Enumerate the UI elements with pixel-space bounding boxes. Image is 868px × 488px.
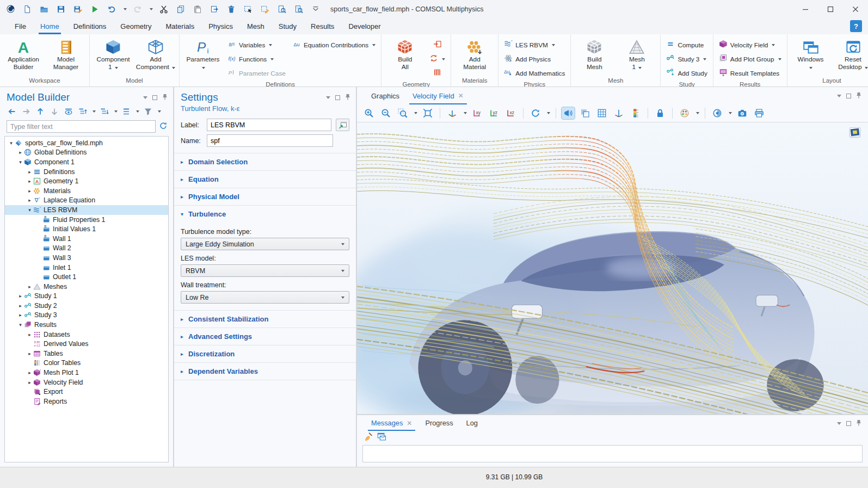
save-as-icon[interactable] bbox=[72, 3, 84, 15]
show-eye-icon[interactable] bbox=[63, 106, 74, 117]
tree-item-color-tables[interactable]: Color Tables bbox=[5, 359, 168, 368]
velocity-field-plot[interactable] bbox=[357, 122, 868, 414]
tree-item-outlet-1[interactable]: Outlet 1 bbox=[5, 272, 168, 282]
zoom-extents-icon[interactable] bbox=[421, 107, 434, 119]
menu-tab-geometry[interactable]: Geometry bbox=[113, 18, 158, 34]
ribbon-item-geom-fence[interactable] bbox=[427, 67, 447, 79]
panel-menu-icon[interactable] bbox=[326, 96, 330, 99]
select-rect-icon[interactable] bbox=[242, 3, 254, 15]
maximize-button[interactable] bbox=[818, 0, 843, 18]
ribbon-item-variables[interactable]: a=Variables bbox=[225, 39, 288, 51]
tab-graphics[interactable]: Graphics bbox=[365, 87, 406, 104]
tree-item-study-2[interactable]: ▸Study 2 bbox=[5, 301, 168, 311]
chevron-down-icon[interactable] bbox=[729, 112, 732, 114]
nav-back-icon[interactable] bbox=[7, 106, 17, 117]
menu-tab-home[interactable]: Home bbox=[33, 18, 66, 34]
ribbon-button-add-component[interactable]: AddComponent bbox=[136, 36, 176, 71]
chevron-down-icon[interactable] bbox=[150, 8, 153, 10]
menu-tab-mesh[interactable]: Mesh bbox=[240, 18, 272, 34]
ribbon-button-application-builder[interactable]: AApplicationBuilder bbox=[3, 36, 44, 71]
run-icon[interactable] bbox=[89, 3, 101, 15]
nav-fwd-icon[interactable] bbox=[21, 106, 32, 117]
section-physical-model[interactable]: ▸Physical Model bbox=[174, 188, 356, 206]
ribbon-item-add-study[interactable]: Add Study bbox=[664, 67, 709, 79]
tree-item-export[interactable]: Export bbox=[5, 387, 168, 397]
tree-item-fluid-properties-1[interactable]: DFluid Properties 1 bbox=[5, 215, 168, 225]
wall-treatment-select[interactable]: Low Re bbox=[181, 291, 349, 304]
menu-tab-study[interactable]: Study bbox=[272, 18, 304, 34]
chevron-down-icon[interactable] bbox=[114, 110, 118, 113]
ribbon-button-parameters[interactable]: PiParameters bbox=[183, 36, 223, 71]
menu-tab-physics[interactable]: Physics bbox=[201, 18, 240, 34]
condense-icon[interactable] bbox=[121, 106, 132, 117]
tree-chevron-icon[interactable]: ▾ bbox=[27, 207, 33, 213]
chevron-down-icon[interactable] bbox=[136, 110, 139, 113]
help-button[interactable]: ? bbox=[850, 20, 862, 32]
tree-chevron-icon[interactable]: ▸ bbox=[17, 303, 23, 308]
tree-item-reports[interactable]: Reports bbox=[5, 397, 168, 406]
broom-icon[interactable] bbox=[364, 432, 373, 443]
save-icon[interactable] bbox=[55, 3, 67, 15]
ribbon-item-les-rbvm[interactable]: *LES RBVM bbox=[502, 39, 567, 51]
tree-item-sports-car-flow-field-mph[interactable]: ▾sports_car_flow_field.mph bbox=[5, 138, 168, 148]
print-icon[interactable] bbox=[753, 107, 766, 119]
tree-chevron-icon[interactable]: ▸ bbox=[17, 150, 23, 155]
section-equation[interactable]: ▸Equation bbox=[174, 171, 356, 188]
tree-item-component-1[interactable]: ▾Component 1 bbox=[5, 157, 168, 167]
tab-log[interactable]: Log bbox=[460, 415, 484, 431]
axes-icon[interactable] bbox=[612, 107, 625, 119]
turbulence-model-type-select[interactable]: Large Eddy Simulation bbox=[181, 238, 349, 250]
pin-icon[interactable] bbox=[162, 94, 168, 102]
view-yz-icon[interactable]: yz bbox=[488, 107, 501, 119]
float-icon[interactable] bbox=[152, 95, 157, 100]
environment-icon[interactable] bbox=[711, 107, 724, 119]
section-consistent-stabilization[interactable]: ▸Consistent Stabilization bbox=[174, 311, 356, 328]
scene-light-icon[interactable] bbox=[562, 107, 575, 119]
delete-icon[interactable] bbox=[225, 3, 237, 15]
draw-rect-icon[interactable] bbox=[259, 3, 271, 15]
minimize-button[interactable] bbox=[793, 0, 818, 18]
ribbon-item-add-mathematics[interactable]: ΔuAdd Mathematics bbox=[502, 67, 567, 79]
ribbon-button-build-all[interactable]: BuildAll bbox=[385, 36, 425, 71]
ribbon-button-model-manager[interactable]: ModelManager bbox=[46, 36, 86, 71]
section-advanced-settings[interactable]: ▸Advanced Settings bbox=[174, 328, 356, 345]
tree-item-tables[interactable]: ▸Tables bbox=[5, 349, 168, 359]
tree-item-meshes[interactable]: ▸Meshes bbox=[5, 282, 168, 292]
zoom-out-icon[interactable] bbox=[379, 107, 392, 119]
close-tab-icon[interactable]: ✕ bbox=[458, 92, 464, 100]
ribbon-item-equation-contributions[interactable]: ΔuEquation Contributions bbox=[290, 39, 378, 51]
panel-menu-icon[interactable] bbox=[837, 422, 841, 425]
tree-item-initial-values-1[interactable]: DInitial Values 1 bbox=[5, 224, 168, 234]
chevron-down-icon[interactable] bbox=[696, 112, 699, 114]
grid-icon[interactable] bbox=[595, 107, 608, 119]
chevron-down-icon[interactable] bbox=[124, 8, 127, 10]
tree-item-laplace-equation[interactable]: ▸∇*Laplace Equation bbox=[5, 196, 168, 206]
rotate-icon[interactable] bbox=[529, 107, 542, 119]
panel-menu-icon[interactable] bbox=[837, 95, 841, 97]
pin-icon[interactable] bbox=[345, 94, 350, 102]
tree-item-global-definitions[interactable]: ▸Global Definitions bbox=[5, 148, 168, 158]
menu-tab-definitions[interactable]: Definitions bbox=[66, 18, 114, 34]
copy-icon[interactable] bbox=[175, 3, 187, 15]
tree-chevron-icon[interactable]: ▸ bbox=[27, 351, 33, 356]
tree-item-les-rbvm[interactable]: ▾*LES RBVM bbox=[5, 205, 168, 215]
tree-item-derived-values[interactable]: 8.85e-12Derived Values bbox=[5, 339, 168, 349]
tab-velocity-field[interactable]: Velocity Field✕ bbox=[406, 87, 470, 104]
tree-item-mesh-plot-1[interactable]: ▸*Mesh Plot 1 bbox=[5, 368, 168, 378]
tree-item-wall-2[interactable]: Wall 2 bbox=[5, 244, 168, 254]
ribbon-item-study-3[interactable]: Study 3 bbox=[664, 53, 709, 65]
msg-window-icon[interactable] bbox=[377, 432, 386, 443]
section-discretization[interactable]: ▸Discretization bbox=[174, 345, 356, 363]
tree-chevron-icon[interactable]: ▾ bbox=[17, 322, 23, 328]
plot-thumbnail-button[interactable] bbox=[849, 127, 860, 137]
zoom-sel-icon[interactable] bbox=[276, 3, 288, 15]
tree-item-geometry-1[interactable]: ▸AGeometry 1 bbox=[5, 176, 168, 186]
menu-tab-developer[interactable]: Developer bbox=[341, 18, 387, 34]
les-model-select[interactable]: RBVM bbox=[181, 264, 349, 277]
chevron-down-icon[interactable] bbox=[547, 112, 550, 114]
chevron-down-icon[interactable] bbox=[158, 110, 161, 113]
transparency-icon[interactable] bbox=[578, 107, 592, 119]
ribbon-item-geom-update[interactable] bbox=[427, 53, 447, 65]
view-xy-icon[interactable]: xy bbox=[471, 107, 484, 119]
pin-icon[interactable] bbox=[856, 92, 861, 100]
